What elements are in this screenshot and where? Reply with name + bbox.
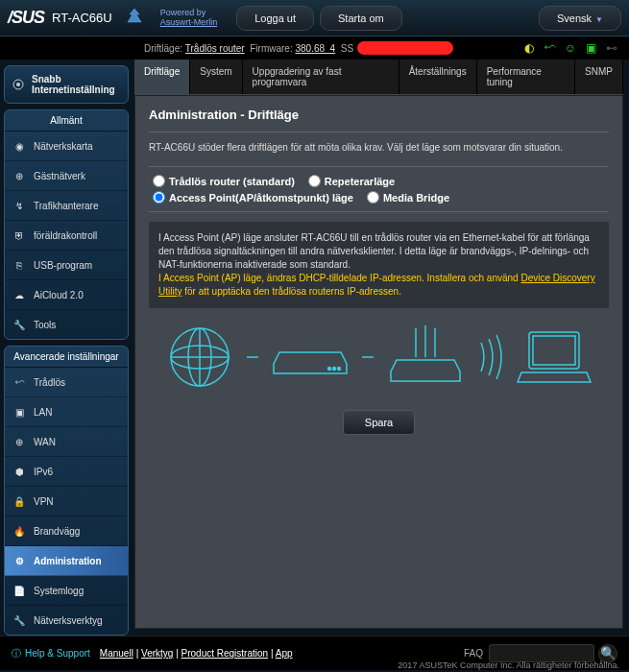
footer-link-manuell[interactable]: Manuell xyxy=(100,648,133,659)
sidebar-item-lan[interactable]: ▣LAN xyxy=(5,397,128,427)
fw-label: Firmware: xyxy=(250,43,292,54)
ssid-redacted xyxy=(357,41,453,55)
svg-rect-16 xyxy=(533,336,575,365)
sidebar-item-g-stn-tverk[interactable]: ⊕Gästnätverk xyxy=(5,161,128,191)
wifi-waves-icon xyxy=(477,333,502,381)
footer-link-app[interactable]: App xyxy=(276,648,293,659)
sidebar-icon: 🔧 xyxy=(12,612,27,628)
sidebar-icon: ◉ xyxy=(12,138,27,154)
sidebar-item-brandv-gg[interactable]: 🔥Brandvägg xyxy=(5,516,128,546)
sidebar-item-trafikhanterare[interactable]: ↯Trafikhanterare xyxy=(5,191,128,221)
panel-description: RT-AC66U stöder flera driftlägen för att… xyxy=(149,142,609,153)
mode-repeater[interactable]: Repeterarläge xyxy=(308,175,395,187)
mode-info-box: I Access Point (AP) läge ansluter RT-AC6… xyxy=(149,222,609,308)
tab-performance-tuning[interactable]: Performance tuning xyxy=(477,60,575,94)
router-icon xyxy=(387,324,464,391)
mode-radio-group: Trådlös router (standard) Repeterarläge … xyxy=(149,166,609,212)
top-bar: /SUS RT-AC66U Powered by Asuswrt-Merlin … xyxy=(0,0,629,36)
footer-link-verktyg[interactable]: Verktyg xyxy=(141,648,173,659)
radio-repeater[interactable] xyxy=(308,175,321,187)
sidebar-item-label: föräldrakontroll xyxy=(34,230,97,241)
tab--terst-llnings[interactable]: Återställnings xyxy=(399,60,477,94)
sidebar: Snabb Internetinställning Allmänt ◉Nätve… xyxy=(0,60,133,636)
svg-point-1 xyxy=(16,83,20,86)
sidebar-item-n-tverksverktyg[interactable]: 🔧Nätverksverktyg xyxy=(5,606,128,635)
sidebar-item-label: Administration xyxy=(34,556,102,566)
fw-value-link[interactable]: 380.68_4 xyxy=(295,43,335,54)
powered-by: Powered by Asuswrt-Merlin xyxy=(160,9,218,28)
save-button[interactable]: Spara xyxy=(343,410,415,435)
sidebar-item-f-r-ldrakontroll[interactable]: ⛨föräldrakontroll xyxy=(5,221,128,251)
cable-icon xyxy=(247,354,258,360)
asuswrt-merlin-link[interactable]: Asuswrt-Merlin xyxy=(160,17,218,27)
sidebar-item-vpn[interactable]: 🔒VPN xyxy=(5,487,128,516)
language-button[interactable]: Svensk▼ xyxy=(539,6,621,31)
tab-uppgradering-av-fast-programvara[interactable]: Uppgradering av fast programvara xyxy=(243,60,399,94)
sidebar-item-label: Nätverksverktyg xyxy=(34,615,103,626)
sidebar-item-label: Trafikhanterare xyxy=(34,201,98,211)
sidebar-item-tools[interactable]: 🔧Tools xyxy=(5,310,128,339)
sidebar-icon: 📄 xyxy=(12,583,27,598)
sidebar-icon: 🔒 xyxy=(12,493,27,509)
sidebar-icon: ⛨ xyxy=(12,228,27,243)
reboot-button[interactable]: Starta om xyxy=(320,6,402,31)
sidebar-item-tr-dl-s[interactable]: ⬿Trådlös xyxy=(5,368,128,397)
sidebar-icon: 🔧 xyxy=(12,317,27,332)
sidebar-icon: ▣ xyxy=(12,404,27,420)
tab-bar: DriftlägeSystemUppgradering av fast prog… xyxy=(134,60,623,95)
sidebar-icon: ⬢ xyxy=(12,464,27,479)
sidebar-icon: ⊕ xyxy=(12,168,27,183)
wifi-icon[interactable]: ⬿ xyxy=(544,41,555,55)
copyright: 2017 ASUSTeK Computer Inc. Alla rättighe… xyxy=(398,660,619,670)
sidebar-item-label: Systemlogg xyxy=(34,586,84,596)
quick-setup-label: Snabb Internetinställning xyxy=(32,74,122,95)
model-name: RT-AC66U xyxy=(52,11,112,25)
gear-icon xyxy=(11,77,26,92)
tab-system[interactable]: System xyxy=(190,60,242,94)
sidebar-item-label: IPv6 xyxy=(34,467,53,477)
footer-link-product-registration[interactable]: Product Registration xyxy=(181,648,269,659)
sidebar-item-label: AiCloud 2.0 xyxy=(34,290,84,300)
sidebar-item-label: Brandvägg xyxy=(34,526,80,537)
tab-driftl-ge[interactable]: Driftläge xyxy=(134,60,190,94)
sidebar-icon: ⎘ xyxy=(12,257,27,273)
sidebar-item-n-tverkskarta[interactable]: ◉Nätverkskarta xyxy=(5,132,128,161)
settings-panel: Administration - Driftläge RT-AC66U stöd… xyxy=(134,95,623,629)
tab-snmp[interactable]: SNMP xyxy=(575,60,623,94)
main-content: DriftlägeSystemUppgradering av fast prog… xyxy=(133,60,629,636)
radio-media-bridge[interactable] xyxy=(367,191,379,204)
sidebar-item-usb-program[interactable]: ⎘USB-program xyxy=(5,251,128,280)
mode-wireless-router[interactable]: Trådlös router (standard) xyxy=(153,175,295,187)
quick-setup-button[interactable]: Snabb Internetinställning xyxy=(5,66,128,103)
sidebar-item-label: Tools xyxy=(34,320,56,330)
sidebar-header-general: Allmänt xyxy=(5,110,128,132)
help-support-link[interactable]: ⓘ Help & Support xyxy=(12,647,90,660)
globe-icon xyxy=(166,324,233,391)
usb-icon[interactable]: ⊷ xyxy=(606,41,617,55)
svg-point-10 xyxy=(337,368,340,371)
sidebar-item-systemlogg[interactable]: 📄Systemlogg xyxy=(5,576,128,606)
laptop-icon xyxy=(516,326,593,388)
lan-icon[interactable]: ▣ xyxy=(586,41,596,55)
sidebar-item-label: USB-program xyxy=(34,260,92,271)
bulb-icon[interactable]: ◐ xyxy=(524,41,534,55)
info-warning: I Access Point (AP) läge, ändras DHCP-ti… xyxy=(158,272,599,299)
mode-value-link[interactable]: Trådlös router xyxy=(185,43,245,54)
sidebar-icon: ⬿ xyxy=(12,374,27,390)
sidebar-item-ipv6[interactable]: ⬢IPv6 xyxy=(5,457,128,487)
sidebar-icon: ☁ xyxy=(12,287,27,302)
mode-media-bridge[interactable]: Media Bridge xyxy=(367,191,449,204)
user-icon[interactable]: ☺ xyxy=(565,41,576,55)
sidebar-item-label: VPN xyxy=(34,496,54,507)
logout-button[interactable]: Logga ut xyxy=(236,6,314,31)
sidebar-icon: ⊕ xyxy=(12,434,27,449)
merlin-icon xyxy=(122,7,147,30)
sidebar-item-aicloud-2-0[interactable]: ☁AiCloud 2.0 xyxy=(5,280,128,310)
info-text: I Access Point (AP) läge ansluter RT-AC6… xyxy=(158,231,599,272)
sidebar-general: Allmänt ◉Nätverkskarta⊕Gästnätverk↯Trafi… xyxy=(4,109,129,340)
sidebar-item-wan[interactable]: ⊕WAN xyxy=(5,427,128,457)
radio-wireless-router[interactable] xyxy=(153,175,165,187)
radio-access-point[interactable] xyxy=(153,191,165,204)
sidebar-item-administration[interactable]: ⚙Administration xyxy=(5,546,128,576)
mode-access-point[interactable]: Access Point(AP/åtkomstpunkt) läge xyxy=(153,191,353,204)
